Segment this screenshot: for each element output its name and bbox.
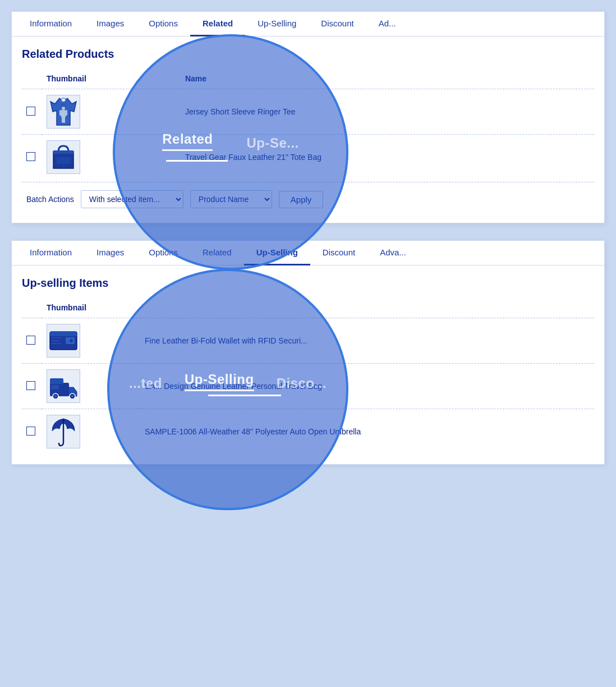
col-name-2 <box>140 297 594 318</box>
panel-related-products: Information Images Options Related Up-Se… <box>11 11 605 223</box>
tab-discount-1[interactable]: Discount <box>309 12 366 36</box>
svg-point-14 <box>70 339 73 342</box>
svg-rect-16 <box>51 340 60 341</box>
tab-bar-2: Information Images Options Related Up-Se… <box>12 241 604 265</box>
tab-options-1[interactable]: Options <box>136 12 190 36</box>
section-title-related: Related Products <box>22 48 594 61</box>
product-name-travelbag: Design Genuine Leather Personal Travel B… <box>164 382 322 391</box>
checkbox-travelbag[interactable] <box>26 381 35 390</box>
checkbox-shirt[interactable] <box>26 107 35 116</box>
product-name-shirt: Jersey Short Sleeve Ringer Tee <box>181 89 594 135</box>
svg-point-23 <box>71 395 74 398</box>
col-thumbnail-2: Thumbnail <box>42 297 140 318</box>
svg-rect-3 <box>61 110 66 118</box>
thumbnail-wallet <box>42 318 140 364</box>
svg-rect-24 <box>51 385 59 390</box>
table-row: SAMPLE-1006 All-Weather 48" Polyester Au… <box>22 409 594 455</box>
panel-2-content: Up-selling Items Thumbnail <box>12 265 604 464</box>
svg-rect-7 <box>63 117 65 123</box>
table-row: Travel Gear Faux Leather 21" Tote Bag <box>22 135 594 180</box>
svg-rect-5 <box>65 110 67 116</box>
thumbnail-bag <box>42 135 181 180</box>
tab-images-1[interactable]: Images <box>84 12 136 36</box>
product-row-umbrella: SAMPLE-1006 All-Weather 48" Polyester Au… <box>140 409 594 455</box>
tab-upselling-1[interactable]: Up-Selling <box>245 12 309 36</box>
batch-actions-select[interactable]: With selected item...DeleteUpdate <box>81 190 183 208</box>
upselling-products-table: Thumbnail <box>22 297 594 454</box>
sku-umbrella: SAMPLE-1006 <box>145 427 197 436</box>
sort-select[interactable]: Product Name <box>190 190 272 208</box>
tab-advanced-2[interactable]: Adva... <box>367 241 419 265</box>
apply-button-1[interactable]: Apply <box>279 191 324 208</box>
tab-bar-1: Information Images Options Related Up-Se… <box>12 12 604 36</box>
batch-actions-label: Batch Actions <box>26 195 74 204</box>
row-checkbox-umbrella[interactable] <box>22 409 42 455</box>
product-name-wallet: Fine Leather Bi-Fold Wallet with RFID Se… <box>140 318 594 364</box>
panel-1-content: Related Products Thumbnail Name <box>12 36 604 223</box>
col-thumbnail-1: Thumbnail <box>42 68 181 89</box>
tab-information-1[interactable]: Information <box>17 12 84 36</box>
related-products-table: Thumbnail Name <box>22 68 594 180</box>
svg-rect-6 <box>62 117 63 123</box>
tab-options-2[interactable]: Options <box>136 241 190 265</box>
thumbnail-travelbag <box>42 364 140 409</box>
col-checkbox-1 <box>22 68 42 89</box>
table-row: Fine Leather Bi-Fold Wallet with RFID Se… <box>22 318 594 364</box>
tab-discount-2[interactable]: Discount <box>310 241 367 265</box>
row-checkbox-wallet[interactable] <box>22 318 42 364</box>
svg-rect-19 <box>50 378 63 384</box>
checkbox-wallet[interactable] <box>26 336 35 345</box>
svg-rect-4 <box>59 110 62 116</box>
product-name-umbrella: All-Weather 48" Polyester Auto Open Umbr… <box>199 427 361 436</box>
batch-actions-bar: Batch Actions With selected item...Delet… <box>22 182 594 213</box>
row-checkbox-2[interactable] <box>22 135 42 180</box>
tab-advanced-1[interactable]: Ad... <box>366 12 408 36</box>
row-checkbox-travelbag[interactable] <box>22 364 42 409</box>
checkbox-bag[interactable] <box>26 152 35 161</box>
svg-rect-12 <box>50 332 77 336</box>
col-name-1: Name <box>181 68 594 89</box>
checkbox-umbrella[interactable] <box>26 427 35 436</box>
product-name-bag: Travel Gear Faux Leather 21" Tote Bag <box>181 135 594 180</box>
tab-related-2[interactable]: Related <box>190 241 244 265</box>
panel-upselling: Information Images Options Related Up-Se… <box>11 240 605 465</box>
tab-related-1[interactable]: Related <box>190 12 245 36</box>
tab-upselling-2[interactable]: Up-Selling <box>244 241 310 265</box>
table-row: Jersey Short Sleeve Ringer Tee <box>22 89 594 135</box>
tab-information-2[interactable]: Information <box>17 241 84 265</box>
svg-rect-15 <box>51 337 62 338</box>
thumbnail-umbrella <box>42 409 140 455</box>
svg-point-0 <box>61 98 66 102</box>
sku-travelbag: SA... <box>145 382 162 391</box>
tab-images-2[interactable]: Images <box>84 241 136 265</box>
svg-point-21 <box>54 395 57 398</box>
row-checkbox-1[interactable] <box>22 89 42 135</box>
product-row-travelbag: SA... Design Genuine Leather Personal Tr… <box>140 364 594 409</box>
svg-point-2 <box>62 107 65 110</box>
section-title-upselling: Up-selling Items <box>22 277 594 290</box>
table-row: SA... Design Genuine Leather Personal Tr… <box>22 364 594 409</box>
thumbnail-shirt <box>42 89 181 135</box>
col-checkbox-2 <box>22 297 42 318</box>
svg-rect-17 <box>51 343 61 344</box>
